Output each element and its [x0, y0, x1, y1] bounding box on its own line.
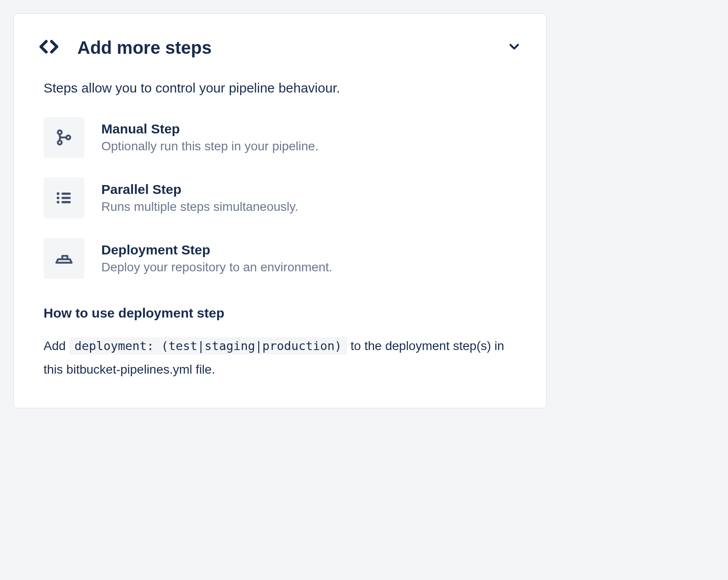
howto-title: How to use deployment step [44, 306, 522, 321]
svg-rect-8 [61, 201, 71, 203]
step-desc: Runs multiple steps simultaneously. [101, 200, 522, 214]
chevron-down-icon[interactable] [507, 39, 522, 56]
deployment-step-icon [44, 238, 84, 279]
howto-code: deployment: (test|staging|production) [69, 337, 347, 354]
code-icon [38, 36, 60, 59]
card-header[interactable]: Add more steps [38, 36, 522, 59]
step-title: Deployment Step [101, 242, 522, 258]
svg-point-5 [57, 197, 60, 199]
svg-point-7 [57, 201, 60, 204]
step-deployment[interactable]: Deployment Step Deploy your repository t… [44, 238, 522, 279]
page-title: Add more steps [77, 38, 212, 58]
manual-step-icon [44, 117, 84, 158]
howto-body: Add deployment: (test|staging|production… [44, 334, 522, 381]
step-manual[interactable]: Manual Step Optionally run this step in … [44, 117, 522, 158]
step-title: Manual Step [101, 121, 522, 137]
step-title: Parallel Step [101, 182, 522, 197]
add-steps-card: Add more steps Steps allow you to contro… [13, 13, 547, 408]
svg-rect-6 [61, 197, 71, 199]
step-desc: Deploy your repository to an environment… [101, 260, 522, 274]
parallel-step-icon [44, 177, 84, 218]
howto-prefix: Add [44, 339, 69, 353]
intro-text: Steps allow you to control your pipeline… [44, 81, 522, 96]
svg-point-3 [57, 192, 60, 195]
step-parallel[interactable]: Parallel Step Runs multiple steps simult… [44, 177, 522, 218]
step-desc: Optionally run this step in your pipelin… [101, 139, 522, 153]
svg-rect-4 [61, 193, 71, 195]
